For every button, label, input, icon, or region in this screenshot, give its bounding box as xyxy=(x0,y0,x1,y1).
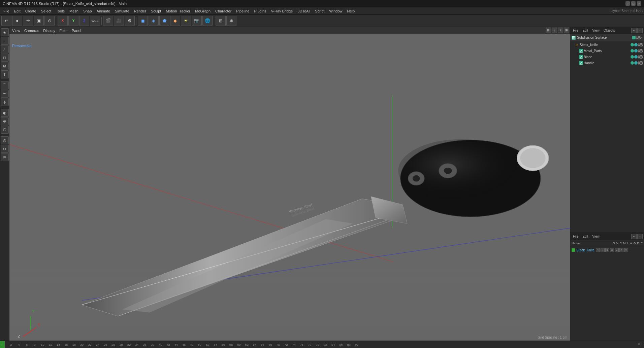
am-icon-3[interactable]: ⊕ xyxy=(605,248,609,252)
light-btn[interactable]: ☀ xyxy=(181,16,191,26)
render-region-btn[interactable]: 🎬 xyxy=(103,16,113,26)
menu-motion-tracker[interactable]: Motion Tracker xyxy=(164,8,192,14)
vp-icon-2[interactable]: ↕ xyxy=(552,28,557,33)
timeline-ruler[interactable]: 0 2 4 6 8 10 12 14 16 18 20 22 24 26 28 … xyxy=(0,341,644,348)
menu-render[interactable]: Render xyxy=(132,8,148,14)
weight-btn[interactable]: ◎ xyxy=(1,136,9,144)
move-tool-btn[interactable]: ✛ xyxy=(23,16,33,26)
am-icon-1[interactable]: □ xyxy=(596,248,600,252)
vp-menu-display[interactable]: Display xyxy=(43,29,55,33)
undo-btn[interactable]: ↩ xyxy=(1,16,11,26)
menu-script[interactable]: Script xyxy=(313,8,326,14)
om-tab-objects[interactable]: Objects xyxy=(602,28,616,33)
render-settings-btn[interactable]: ⚙ xyxy=(125,16,135,26)
om-item-handle[interactable]: Handle xyxy=(570,60,644,66)
am-tab-file[interactable]: File xyxy=(572,234,580,239)
scene-btn[interactable]: 🌐 xyxy=(202,16,213,26)
om-item-blade[interactable]: Blade xyxy=(570,54,644,60)
menu-plugins[interactable]: Plugins xyxy=(252,8,268,14)
freehand-btn[interactable]: 〜 xyxy=(1,90,9,98)
om-tab-edit[interactable]: Edit xyxy=(581,28,589,33)
menu-file[interactable]: File xyxy=(1,8,11,14)
am-icon-4[interactable]: ⊡ xyxy=(610,248,614,252)
rect-btn[interactable]: $ xyxy=(1,98,9,106)
menu-vray[interactable]: V-Ray Bridge xyxy=(269,8,295,14)
am-close-btn[interactable]: × xyxy=(637,234,643,239)
subdivision-surface-row[interactable]: Subdivision Surface × xyxy=(570,34,644,41)
snap-to-grid-btn[interactable]: ⊞ xyxy=(216,16,226,26)
mirror-btn[interactable]: ⊖ xyxy=(1,145,9,153)
menu-mesh[interactable]: Mesh xyxy=(67,8,80,14)
am-col-r: R xyxy=(619,242,622,245)
minimize-btn[interactable]: − xyxy=(625,1,630,6)
am-icon-5[interactable]: ≡ xyxy=(615,248,619,252)
menu-character[interactable]: Character xyxy=(213,8,233,14)
vp-icon-1[interactable]: ⊞ xyxy=(546,28,551,33)
om-add-btn[interactable]: + xyxy=(631,28,637,33)
snap-to-vertex-btn[interactable]: ⊕ xyxy=(226,16,236,26)
menu-mograph[interactable]: MoGraph xyxy=(193,8,213,14)
am-steak-knife-row[interactable]: Steak_Knife □ ○ ⊕ ⊡ ≡ ↗ ▽ xyxy=(572,247,643,253)
vp-menu-cameras[interactable]: Cameras xyxy=(24,29,39,33)
om-close-btn[interactable]: × xyxy=(637,28,643,33)
world-coords-btn[interactable]: WCS xyxy=(90,16,100,26)
menu-select[interactable]: Select xyxy=(39,8,54,14)
vp-menu-filter[interactable]: Filter xyxy=(59,29,67,33)
om-item-metal-parts[interactable]: Metal_Parts xyxy=(570,48,644,54)
menu-help[interactable]: Help xyxy=(345,8,357,14)
menu-edit[interactable]: Edit xyxy=(12,8,23,14)
vp-menu-view[interactable]: View xyxy=(12,29,20,33)
window-controls[interactable]: − □ × xyxy=(625,1,641,6)
am-icon-7[interactable]: ▽ xyxy=(624,248,628,252)
menu-pipeline[interactable]: Pipeline xyxy=(234,8,251,14)
am-col-e: E xyxy=(641,242,643,245)
viewport-canvas[interactable]: Perspective Y X Z xyxy=(9,34,570,341)
vp-icon-4[interactable]: ⊠ xyxy=(564,28,569,33)
z-axis-btn[interactable]: Z xyxy=(79,16,89,26)
live-selection-btn[interactable]: ● xyxy=(12,16,22,26)
spline-btn[interactable]: ⬟ xyxy=(159,16,169,26)
vp-menu-panel[interactable]: Panel xyxy=(72,29,81,33)
menu-window[interactable]: Window xyxy=(327,8,344,14)
camera-btn[interactable]: 📷 xyxy=(192,16,202,26)
viewport-header: View Cameras Display Filter Panel ⊞ ↕ ↗ … xyxy=(9,27,570,34)
menu-tools[interactable]: Tools xyxy=(54,8,67,14)
menu-snap[interactable]: Snap xyxy=(81,8,94,14)
y-axis-btn[interactable]: Y xyxy=(68,16,78,26)
magnet-btn[interactable]: ⊗ xyxy=(1,117,9,125)
render-btn[interactable]: 🎥 xyxy=(114,16,124,26)
ss-close[interactable]: × xyxy=(641,36,643,39)
am-tab-view[interactable]: View xyxy=(591,234,601,239)
menu-animate[interactable]: Animate xyxy=(95,8,112,14)
menu-sculpt[interactable]: Sculpt xyxy=(149,8,163,14)
point-mode-btn[interactable]: · xyxy=(1,37,9,45)
brush-btn[interactable]: ◐ xyxy=(1,109,9,117)
paint-btn[interactable]: ⬡ xyxy=(1,126,9,134)
scale-tool-btn[interactable]: ▣ xyxy=(34,16,44,26)
vp-icon-3[interactable]: ↗ xyxy=(558,28,563,33)
poly-mode-btn[interactable]: ◻ xyxy=(1,54,9,62)
om-item-steak-knife[interactable]: ▷ Steak_Knife xyxy=(570,42,644,48)
edge-mode-btn[interactable]: ∕ xyxy=(1,45,9,53)
texture-mode-btn[interactable]: T xyxy=(1,70,9,78)
deformer-btn[interactable]: ◆ xyxy=(170,16,180,26)
cube-btn[interactable]: ◼ xyxy=(138,16,148,26)
am-add-btn[interactable]: + xyxy=(631,234,637,239)
nurbs-btn[interactable]: ◈ xyxy=(149,16,159,26)
am-icon-6[interactable]: ↗ xyxy=(619,248,623,252)
x-axis-btn[interactable]: X xyxy=(58,16,68,26)
uv-mode-btn[interactable]: ⊠ xyxy=(1,62,9,70)
menu-create[interactable]: Create xyxy=(23,8,38,14)
smooth-btn[interactable]: ≋ xyxy=(1,153,9,161)
menu-simulate[interactable]: Simulate xyxy=(113,8,131,14)
model-mode-btn[interactable]: ◈ xyxy=(1,28,9,36)
close-btn[interactable]: × xyxy=(637,1,641,6)
am-icon-2[interactable]: ○ xyxy=(601,248,605,252)
om-tab-view[interactable]: View xyxy=(591,28,601,33)
menu-3dtoall[interactable]: 3DToAll xyxy=(295,8,312,14)
am-tab-edit[interactable]: Edit xyxy=(581,234,589,239)
maximize-btn[interactable]: □ xyxy=(631,1,636,6)
om-tab-file[interactable]: File xyxy=(572,28,580,33)
line-tool-btn[interactable]: ⌒ xyxy=(1,81,9,89)
rotate-tool-btn[interactable]: ⊙ xyxy=(44,16,55,26)
